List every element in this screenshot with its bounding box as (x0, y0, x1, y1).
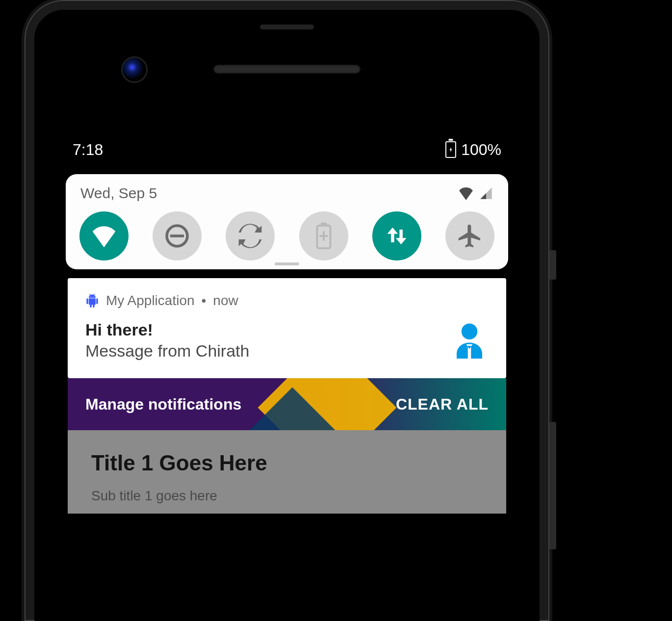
device-power-button (549, 250, 556, 280)
phone-body: 7:18 100% Wed, Sep 5 (34, 10, 540, 621)
qs-tile-airplane[interactable] (445, 211, 494, 260)
svg-point-6 (462, 324, 478, 340)
notification-card[interactable]: My Application • now Hi there! Message f… (68, 278, 506, 378)
cellular-status-icon (479, 186, 493, 200)
dimmed-background: Title 1 Goes Here Sub title 1 goes here (64, 430, 510, 514)
qs-tile-dnd[interactable] (153, 211, 202, 260)
qs-tile-autorotate[interactable] (226, 211, 275, 260)
dimmed-app-content: Title 1 Goes Here Sub title 1 goes here (68, 430, 506, 514)
manage-notifications-button[interactable]: Manage notifications (85, 395, 241, 414)
person-icon (450, 320, 489, 359)
dnd-icon (163, 222, 191, 250)
autorotate-icon (236, 222, 264, 250)
device-screen: 7:18 100% Wed, Sep 5 (64, 128, 510, 621)
notification-text-block: Hi there! Message from Chirath (85, 320, 249, 361)
svg-rect-3 (321, 223, 327, 226)
battery-charging-icon (445, 141, 456, 158)
notification-time: now (213, 293, 238, 309)
airplane-icon (456, 222, 484, 250)
device-front-camera (123, 58, 146, 81)
clear-all-button[interactable]: CLEAR ALL (396, 395, 489, 414)
notification-separator: • (202, 293, 207, 309)
dimmed-subtitle: Sub title 1 goes here (91, 488, 483, 504)
notification-footer: Manage notifications CLEAR ALL (68, 378, 506, 430)
device-ambient-slot (260, 25, 314, 29)
quick-settings-tiles (78, 211, 496, 263)
data-arrows-icon (384, 223, 410, 249)
qs-date: Wed, Sep 5 (80, 185, 157, 202)
device-volume-button (549, 422, 556, 549)
quick-settings-header: Wed, Sep 5 (80, 185, 493, 202)
notification-header: My Application • now (85, 293, 489, 309)
notification-app-name: My Application (106, 293, 195, 309)
notification-title: Hi there! (85, 320, 249, 339)
quick-settings-panel[interactable]: Wed, Sep 5 (66, 174, 508, 269)
notification-text: Message from Chirath (85, 341, 249, 361)
status-right: 100% (445, 141, 501, 159)
wifi-icon (90, 224, 118, 248)
dimmed-title: Title 1 Goes Here (91, 451, 483, 475)
qs-tile-mobile-data[interactable] (372, 211, 421, 260)
battery-percentage: 100% (461, 141, 501, 159)
app-icon (85, 294, 99, 308)
qs-tile-wifi[interactable] (79, 211, 129, 260)
status-bar: 7:18 100% (64, 128, 510, 172)
device-earpiece (213, 65, 361, 74)
phone-frame: 7:18 100% Wed, Sep 5 (25, 0, 549, 621)
qs-drag-handle[interactable] (275, 262, 299, 265)
battery-saver-icon (314, 222, 334, 250)
wifi-status-icon (457, 186, 475, 200)
status-clock: 7:18 (73, 141, 103, 159)
qs-tile-battery-saver[interactable] (299, 211, 348, 260)
